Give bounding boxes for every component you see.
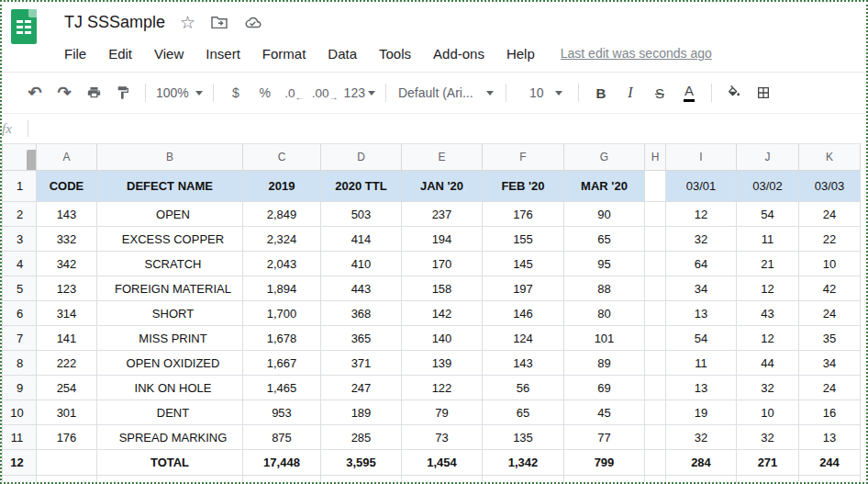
cell-K8[interactable]: 34 [799,351,861,376]
row-header-6[interactable]: 6 [3,301,37,326]
cell-K5[interactable]: 42 [799,276,861,301]
cell-K10[interactable]: 16 [799,400,861,425]
cell-B11[interactable]: SPREAD MARKING [97,425,243,450]
undo-button[interactable]: ↶ [23,80,47,106]
cell-D3[interactable]: 414 [321,227,402,252]
column-header-C[interactable]: C [243,144,321,171]
cell-F8[interactable]: 143 [483,351,564,376]
cell-H11[interactable] [645,425,666,450]
document-title[interactable]: TJ SSSample [64,13,165,32]
cell-B2[interactable]: OPEN [97,202,243,227]
cell-H4[interactable] [645,252,666,276]
cell-F2[interactable]: 176 [483,202,564,227]
cell-G7[interactable]: 101 [564,326,645,351]
row-header-8[interactable]: 8 [3,351,37,376]
cell-E10[interactable]: 79 [402,400,483,425]
cell-K2[interactable]: 24 [799,202,861,227]
cell-I12[interactable]: 284 [666,450,737,476]
column-header-F[interactable]: F [483,144,564,171]
cell-I9[interactable]: 13 [666,376,737,400]
cell-A12[interactable] [37,450,97,476]
row-header-10[interactable]: 10 [3,400,37,425]
cell-G1[interactable]: MAR '20 [564,171,645,202]
borders-button[interactable] [751,80,775,106]
cell-H12[interactable] [645,450,666,476]
cell-H2[interactable] [645,202,666,227]
cell-G4[interactable]: 95 [564,252,645,276]
cell-F10[interactable]: 65 [483,400,564,425]
cell-G3[interactable]: 65 [564,227,645,252]
format-currency-button[interactable]: $ [224,80,248,106]
cell-A5[interactable]: 123 [37,276,97,301]
cell-I2[interactable]: 12 [666,202,737,227]
increase-decimal-button[interactable]: .00→ [312,80,339,106]
cell-J10[interactable]: 10 [737,400,799,425]
cell-B13[interactable] [97,476,243,483]
cell-K13[interactable] [799,476,861,483]
cell-F11[interactable]: 135 [483,425,564,450]
row-header-5[interactable]: 5 [3,276,37,301]
cell-B5[interactable]: FOREIGN MATERIAL [97,276,243,301]
cell-B6[interactable]: SHORT [97,301,243,326]
column-header-J[interactable]: J [737,144,799,171]
text-color-button[interactable]: A [677,80,701,106]
row-header-12[interactable]: 12 [3,450,37,476]
cell-G12[interactable]: 799 [564,450,645,476]
cell-E11[interactable]: 73 [402,425,483,450]
row-header-9[interactable]: 9 [3,376,37,400]
cell-E1[interactable]: JAN '20 [402,171,483,202]
cell-B7[interactable]: MISS PRINT [97,326,243,351]
font-size-selector[interactable]: 10 [517,80,568,106]
italic-button[interactable]: I [618,80,642,106]
bold-button[interactable]: B [589,80,613,106]
cell-E6[interactable]: 142 [402,301,483,326]
cell-A3[interactable]: 332 [37,227,97,252]
cell-F9[interactable]: 56 [483,376,564,400]
cell-B10[interactable]: DENT [97,400,243,425]
column-header-K[interactable]: K [799,144,861,171]
row-header-11[interactable]: 11 [3,425,37,450]
cell-A2[interactable]: 143 [37,202,97,227]
row-header-2[interactable]: 2 [3,202,37,227]
cell-G5[interactable]: 88 [564,276,645,301]
cell-K3[interactable]: 22 [799,227,861,252]
cell-B4[interactable]: SCRATCH [97,252,243,276]
cell-G10[interactable]: 45 [564,400,645,425]
cell-D8[interactable]: 371 [321,351,402,376]
menu-edit[interactable]: Edit [97,46,143,62]
cell-E8[interactable]: 139 [402,351,483,376]
cell-F12[interactable]: 1,342 [483,450,564,476]
column-header-I[interactable]: I [666,144,737,171]
cell-F3[interactable]: 155 [483,227,564,252]
cell-J3[interactable]: 11 [737,227,799,252]
cell-H9[interactable] [645,376,666,400]
paint-format-button[interactable] [111,80,135,106]
cell-C7[interactable]: 1,678 [243,326,321,351]
column-header-H[interactable]: H [645,144,666,171]
cell-C11[interactable]: 875 [243,425,321,450]
cell-E7[interactable]: 140 [402,326,483,351]
cell-A10[interactable]: 301 [37,400,97,425]
menu-help[interactable]: Help [495,46,546,62]
cell-I11[interactable]: 32 [666,425,737,450]
cell-F13[interactable] [483,476,564,483]
cell-C8[interactable]: 1,667 [243,351,321,376]
cell-B12[interactable]: TOTAL [97,450,243,476]
menu-insert[interactable]: Insert [195,46,251,62]
cell-J5[interactable]: 12 [737,276,799,301]
row-header-1[interactable]: 1 [3,171,37,202]
cloud-saved-icon[interactable] [243,15,263,30]
cell-F5[interactable]: 197 [483,276,564,301]
strikethrough-button[interactable]: S [648,80,672,106]
cell-F1[interactable]: FEB '20 [483,171,564,202]
cell-D12[interactable]: 3,595 [321,450,402,476]
last-edit-status[interactable]: Last edit was seconds ago [561,46,712,61]
cell-I5[interactable]: 34 [666,276,737,301]
cell-H8[interactable] [645,351,666,376]
cell-C5[interactable]: 1,894 [243,276,321,301]
row-header-4[interactable]: 4 [3,252,37,276]
column-header-E[interactable]: E [402,144,483,171]
cell-H13[interactable] [645,476,666,483]
cell-K1[interactable]: 03/03 [799,171,861,202]
menu-view[interactable]: View [143,46,195,62]
